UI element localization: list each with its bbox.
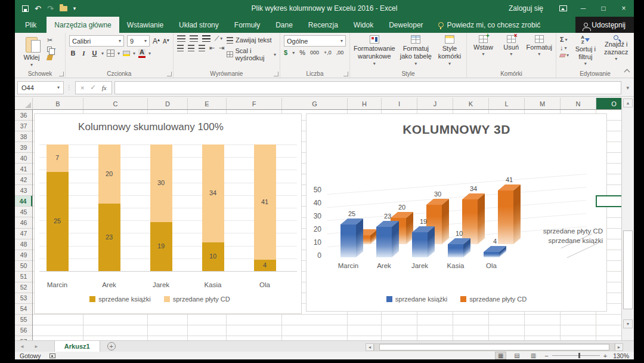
chart2-bar-Kasia-ksiazki[interactable] (448, 244, 463, 257)
row-header-44[interactable]: 44 (15, 196, 32, 207)
close-button[interactable]: × (614, 0, 634, 17)
italic-button[interactable]: I (80, 50, 88, 57)
align-left-icon[interactable] (177, 45, 184, 51)
view-normal-icon[interactable]: ▦ (496, 352, 506, 359)
decrease-indent-icon[interactable]: ⇤ (209, 45, 215, 51)
row-header-46[interactable]: 46 (15, 217, 32, 228)
row-header-56[interactable]: 56 (15, 325, 32, 336)
horizontal-scrollbar[interactable]: ◄ ► (366, 343, 623, 351)
view-page-break-icon[interactable]: ▥ (528, 352, 538, 359)
hscroll-left-icon[interactable]: ◄ (366, 343, 374, 351)
row-header-54[interactable]: 54 (15, 304, 32, 315)
cell-styles-button[interactable]: Style komórki ▾ (436, 35, 463, 69)
formula-input[interactable] (114, 81, 622, 94)
row-header-38[interactable]: 38 (15, 131, 32, 142)
ribbon-display-options-icon[interactable] (553, 0, 573, 17)
minimize-button[interactable]: ─ (573, 0, 593, 17)
copy-icon[interactable]: ▾ (47, 47, 55, 52)
row-header-42[interactable]: 42 (15, 174, 32, 185)
column-header-C[interactable]: C (83, 98, 148, 109)
chart1-legend-item[interactable]: sprzedane płyty CD (164, 296, 230, 303)
find-select-button[interactable]: Znajdź i zaznacz ▾ (602, 35, 630, 69)
sheet-tab-arkusz1[interactable]: Arkusz1 (54, 341, 100, 352)
column-header-N[interactable]: N (561, 98, 596, 109)
row-header-37[interactable]: 37 (15, 121, 32, 131)
cancel-icon[interactable]: × (80, 84, 84, 91)
format-cells-button[interactable]: Formatuj ▾ (527, 35, 552, 69)
chart1-legend-item[interactable]: sprzedane książki (89, 296, 150, 303)
column-header-F[interactable]: F (227, 98, 282, 109)
grid-area[interactable]: Kolumnowy skumulowany 100%725Marcin2023A… (33, 110, 621, 340)
vertical-scrollbar[interactable]: ▲ ▼ (621, 98, 634, 340)
tab-widok[interactable]: Widok (346, 17, 381, 33)
column-header-I[interactable]: I (382, 98, 417, 109)
tab-deweloper[interactable]: Deweloper (381, 17, 431, 33)
currency-format-icon[interactable]: $ (284, 49, 287, 56)
column-header-L[interactable]: L (489, 98, 525, 109)
row-header-53[interactable]: 53 (15, 293, 32, 304)
row-header-55[interactable]: 55 (15, 315, 32, 325)
sheet-nav-right-icon[interactable]: ► (29, 341, 44, 352)
clear-icon[interactable]: ▾ (560, 53, 569, 58)
conditional-formatting-button[interactable]: Formatowanie warunkowe ▾ (354, 35, 395, 69)
column-header-B[interactable]: B (33, 98, 83, 109)
view-page-layout-icon[interactable]: ▤ (512, 352, 522, 359)
select-all-corner[interactable] (15, 98, 33, 110)
undo-icon[interactable]: ↶ (35, 5, 41, 13)
chart2-bar-Ola-cd[interactable] (498, 190, 513, 244)
fill-down-icon[interactable]: ↓▾ (560, 45, 569, 51)
scroll-down-icon[interactable]: ▼ (623, 319, 633, 328)
zoom-slider[interactable]: − + (544, 352, 607, 359)
bold-button[interactable]: B (69, 50, 77, 57)
align-middle-icon[interactable] (190, 35, 198, 42)
fill-color-dropdown-icon[interactable]: ▾ (133, 51, 135, 56)
save-icon[interactable] (22, 5, 29, 12)
chart2-bar-Marcin-ksiazki[interactable] (340, 224, 356, 257)
align-bottom-icon[interactable] (202, 35, 210, 42)
tell-me-box[interactable]: Powiedz mi, co chcesz zrobić (431, 17, 548, 33)
customize-qat-icon[interactable]: ▾ (73, 6, 76, 11)
align-top-icon[interactable] (177, 35, 185, 42)
row-header-52[interactable]: 52 (15, 282, 32, 293)
chart2-bar-Ola-ksiazki[interactable] (484, 252, 499, 257)
grow-font-icon[interactable]: A▴ (153, 37, 160, 45)
vertical-scroll-thumb[interactable] (623, 230, 633, 309)
align-center-icon[interactable] (188, 45, 194, 51)
name-box[interactable]: O44 ▾ (17, 81, 64, 94)
chart2-bar-Kasia-cd[interactable] (462, 199, 478, 244)
borders-icon[interactable] (107, 50, 114, 57)
macro-record-icon[interactable] (49, 353, 55, 358)
autosum-icon[interactable]: Σ▾ (560, 36, 569, 43)
schowek-dialog-launcher-icon[interactable] (59, 72, 64, 76)
font-name-combo[interactable]: Calibri ▾ (69, 35, 124, 47)
insert-cells-button[interactable]: Wstaw ▾ (470, 35, 496, 69)
tab-plik[interactable]: Plik (15, 17, 47, 33)
chart-3d-column[interactable]: KOLUMNOWY 3D5040302010025Marcin2023Arek3… (306, 113, 607, 312)
zoom-level-label[interactable]: 130% (613, 352, 629, 359)
format-as-table-button[interactable]: Formatuj jako tabelę ▾ (398, 35, 434, 69)
tab-uklad-strony[interactable]: Układ strony (171, 17, 227, 33)
delete-cells-button[interactable]: Usuń ▾ (499, 35, 524, 69)
wyrownanie-dialog-launcher-icon[interactable] (274, 72, 278, 76)
row-header-36[interactable]: 36 (15, 110, 32, 121)
tab-recenzja[interactable]: Recenzja (301, 17, 346, 33)
chart2-bar-Arek-ksiazki[interactable] (376, 227, 392, 257)
currency-dropdown-icon[interactable]: ▾ (292, 50, 295, 56)
column-header-M[interactable]: M (525, 98, 561, 109)
cut-icon[interactable]: ✂ (47, 37, 55, 44)
align-right-icon[interactable] (199, 45, 205, 51)
underline-button[interactable]: U (91, 50, 98, 57)
chart-stacked-100[interactable]: Kolumnowy skumulowany 100%725Marcin2023A… (34, 113, 302, 314)
scroll-up-icon[interactable]: ▲ (623, 99, 633, 107)
chart2-legend-item[interactable]: sprzedane płyty CD (460, 296, 527, 303)
column-header-G[interactable]: G (282, 98, 348, 109)
row-header-51[interactable]: 51 (15, 272, 32, 282)
row-header-43[interactable]: 43 (15, 185, 32, 196)
row-header-49[interactable]: 49 (15, 250, 32, 261)
hscroll-right-icon[interactable]: ► (615, 343, 623, 351)
share-button[interactable]: Udostępnij (575, 17, 634, 33)
shrink-font-icon[interactable]: A▾ (163, 38, 169, 45)
tab-narzedzia-glowne[interactable]: Narzędzia główne (47, 17, 119, 33)
add-sheet-icon[interactable]: + (107, 342, 116, 350)
row-header-57[interactable]: 57 (15, 336, 32, 340)
